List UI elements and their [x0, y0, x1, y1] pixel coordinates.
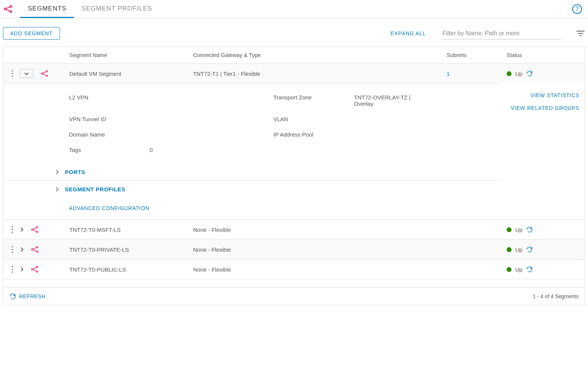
svg-point-0 — [4, 8, 6, 10]
column-header-status[interactable]: Status — [502, 52, 585, 58]
svg-point-21 — [36, 231, 38, 233]
status-indicator-icon — [507, 247, 512, 252]
svg-point-10 — [12, 75, 13, 77]
row-menu-icon[interactable] — [12, 226, 13, 233]
svg-line-38 — [33, 267, 36, 269]
svg-point-8 — [12, 70, 13, 71]
filter-icon[interactable] — [576, 30, 585, 37]
table-row: TNT72-T0-PRIVATE-LS None - Flexible Up — [3, 240, 585, 260]
segment-name: TNT72-T0-PRIVATE-LS — [67, 246, 191, 253]
row-menu-icon[interactable] — [12, 70, 13, 77]
segment-gateway: None - Flexible — [191, 227, 442, 233]
segment-name: Default VM Segment — [67, 71, 191, 77]
table-header: Segment Name Connected Gateway & Type Su… — [3, 47, 585, 64]
status-text: Up — [515, 227, 522, 233]
segment-icon — [30, 245, 39, 254]
svg-point-2 — [10, 11, 12, 12]
view-statistics-link[interactable]: VIEW STATISTICS — [502, 92, 579, 98]
refresh-label: REFRESH — [19, 293, 45, 299]
svg-point-33 — [12, 269, 13, 270]
tab-segment-profiles[interactable]: SEGMENT PROFILES — [74, 0, 160, 18]
status-indicator-icon — [507, 227, 512, 232]
segment-icon — [30, 265, 39, 274]
svg-point-20 — [36, 227, 38, 228]
refresh-button[interactable]: REFRESH — [9, 293, 45, 300]
segment-icon — [30, 225, 39, 234]
segment-gateway: None - Flexible — [191, 246, 442, 253]
header-tabs: SEGMENTS SEGMENT PROFILES ? — [0, 0, 588, 18]
svg-point-1 — [10, 5, 12, 7]
subnet-count-link[interactable]: 1 — [447, 71, 450, 77]
advanced-configuration-link[interactable]: ADVANCED CONFIGURATION — [3, 198, 585, 220]
expand-toggle-icon[interactable] — [20, 247, 24, 252]
detail-value-tags: 0 — [150, 147, 273, 153]
table-footer: REFRESH 1 - 4 of 4 Segments — [3, 287, 585, 305]
svg-point-13 — [46, 75, 48, 77]
svg-point-16 — [12, 226, 13, 227]
expand-toggle-icon[interactable] — [20, 69, 33, 78]
expand-all-link[interactable]: EXPAND ALL — [390, 30, 426, 36]
pagination-text: 1 - 4 of 4 Segments — [533, 293, 579, 299]
detail-label-domain: Domain Name — [69, 131, 150, 138]
svg-point-9 — [12, 73, 13, 74]
segment-gateway: TNT72-T1 | Tier1 - Flexible — [191, 71, 442, 77]
svg-point-29 — [36, 251, 38, 252]
status-refresh-icon[interactable] — [526, 226, 533, 233]
detail-value-domain — [150, 131, 273, 138]
status-text: Up — [515, 71, 522, 77]
segment-profiles-section-toggle[interactable]: SEGMENT PROFILES — [65, 186, 125, 192]
svg-point-19 — [32, 229, 33, 230]
row-menu-icon[interactable] — [12, 266, 13, 273]
table-row: TNT72-T0-MSFT-LS None - Flexible Up — [3, 220, 585, 240]
detail-label-vpn-tunnel: VPN Tunnel ID — [69, 116, 150, 122]
status-indicator-icon — [507, 71, 512, 76]
detail-value-vpn-tunnel — [150, 116, 273, 122]
detail-value-ip-pool — [354, 131, 429, 138]
column-header-gateway[interactable]: Connected Gateway & Type — [191, 52, 442, 58]
svg-point-24 — [12, 246, 13, 247]
svg-line-15 — [43, 74, 46, 75]
svg-line-23 — [33, 230, 36, 231]
toolbar: ADD SEGMENT EXPAND ALL — [0, 18, 588, 47]
status-refresh-icon[interactable] — [526, 70, 533, 77]
svg-point-28 — [36, 246, 38, 248]
svg-line-39 — [33, 270, 36, 271]
table-row: Default VM Segment TNT72-T1 | Tier1 - Fl… — [3, 64, 585, 83]
detail-value-vlan — [354, 116, 429, 122]
svg-line-30 — [33, 248, 36, 249]
tab-segments[interactable]: SEGMENTS — [20, 0, 74, 18]
expand-toggle-icon[interactable] — [20, 227, 24, 232]
ports-section-toggle[interactable]: PORTS — [65, 169, 85, 175]
row-menu-icon[interactable] — [12, 246, 13, 253]
detail-label-l2vpn: L2 VPN — [69, 94, 150, 107]
detail-value-l2vpn — [150, 94, 273, 107]
svg-point-26 — [12, 251, 13, 252]
status-refresh-icon[interactable] — [526, 266, 533, 273]
svg-point-36 — [36, 266, 38, 268]
svg-line-22 — [33, 228, 36, 229]
chevron-right-icon[interactable] — [55, 170, 59, 175]
svg-line-4 — [6, 9, 10, 11]
detail-value-transport-zone: TNT72-OVERLAY-TZ | Overlay — [354, 94, 429, 107]
segments-logo-icon — [3, 4, 14, 14]
chevron-right-icon[interactable] — [55, 187, 59, 192]
status-refresh-icon[interactable] — [526, 246, 533, 253]
detail-label-ip-pool: IP Address Pool — [273, 131, 354, 138]
svg-point-18 — [12, 231, 13, 233]
column-header-subnets[interactable]: Subnets — [442, 52, 502, 58]
segment-icon — [40, 69, 49, 78]
expand-toggle-icon[interactable] — [20, 267, 24, 272]
add-segment-button[interactable]: ADD SEGMENT — [3, 27, 60, 40]
svg-point-12 — [46, 71, 48, 72]
view-related-groups-link[interactable]: VIEW RELATED GROUPS — [502, 105, 579, 111]
segment-name: TNT72-T0-PUBLIC-LS — [67, 266, 191, 273]
status-text: Up — [515, 246, 522, 253]
svg-point-25 — [12, 249, 13, 250]
svg-point-17 — [12, 229, 13, 230]
detail-label-tags: Tags — [69, 147, 150, 153]
svg-point-32 — [12, 266, 13, 267]
filter-input[interactable] — [441, 28, 561, 39]
column-header-name[interactable]: Segment Name — [67, 52, 191, 58]
svg-line-14 — [43, 72, 46, 73]
help-icon[interactable]: ? — [572, 4, 582, 14]
